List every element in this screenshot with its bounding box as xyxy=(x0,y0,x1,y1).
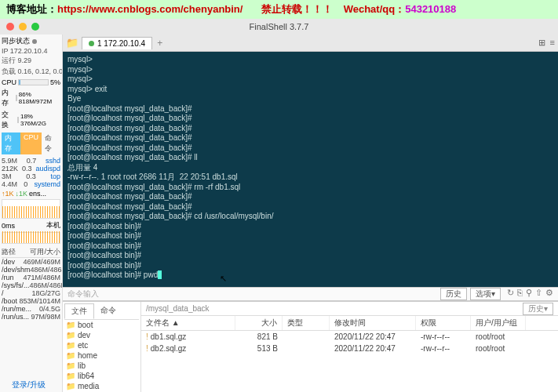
cmd-tab[interactable]: 命令 xyxy=(94,303,122,319)
window-titlebar: FinalShell 3.7.7 xyxy=(0,19,558,34)
runtime-line: 运行 9.29 xyxy=(2,56,60,66)
add-tab-button[interactable]: + xyxy=(157,38,162,49)
folder-icon: 📁 xyxy=(66,351,75,360)
mem-bar: 内存 86% 818M/972M xyxy=(2,88,60,108)
cmd-input-field[interactable]: 命令输入 xyxy=(67,289,99,299)
col-type[interactable]: 类型 xyxy=(283,316,330,330)
system-sidebar: 同步状态 IP 172.20.10.4 运行 9.29 负载 0.16, 0.1… xyxy=(0,34,63,392)
wechat-label: Wechat/qq： xyxy=(344,3,406,15)
file-list: /mysql_data_back 历史▾ 文件名 ▲ 大小 类型 修改时间 权限… xyxy=(141,302,558,392)
tree-item[interactable]: 📁lib xyxy=(64,361,139,371)
folder-icon: 📁 xyxy=(66,341,75,350)
connection-status-icon xyxy=(89,41,94,46)
refresh-icon[interactable]: ↻ xyxy=(507,288,514,300)
col-size[interactable]: 大小 xyxy=(235,316,283,330)
tree-item[interactable]: 📁boot xyxy=(64,320,139,330)
window-title: FinalShell 3.7.7 xyxy=(250,22,309,31)
cpu-bar: CPU 5% xyxy=(2,78,60,86)
search-icon[interactable]: ⚲ xyxy=(526,288,532,300)
disk-table: 路径可用/大小 /dev469M/469M /dev/shm486M/486M … xyxy=(2,247,60,321)
file-tab[interactable]: 文件 xyxy=(64,303,94,319)
wechat-value: 543210188 xyxy=(405,3,456,15)
mouse-cursor-icon: ↖ xyxy=(220,274,227,285)
col-name[interactable]: 文件名 ▲ xyxy=(141,316,235,330)
login-link[interactable]: 登录/升级 xyxy=(12,379,46,390)
status-dot-icon xyxy=(32,39,37,44)
tree-item[interactable]: 📁media xyxy=(64,381,139,391)
tree-item[interactable]: 📁home xyxy=(64,350,139,361)
file-tree: 文件 命令 📁boot 📁dev 📁etc 📁home 📁lib 📁lib64 … xyxy=(63,302,141,392)
tree-item[interactable]: 📁dev xyxy=(64,330,139,340)
folder-icon: 📁 xyxy=(66,321,75,329)
settings-icon[interactable]: ⚙ xyxy=(545,288,553,300)
swap-bar: 交换 18% 376M/2G xyxy=(2,110,60,130)
tab-mem[interactable]: 内存 xyxy=(2,132,20,154)
list-view-icon[interactable]: ≡ xyxy=(550,38,555,48)
file-browser: 文件 命令 📁boot 📁dev 📁etc 📁home 📁lib 📁lib64 … xyxy=(63,301,558,392)
terminal-cursor xyxy=(158,270,162,279)
upload-icon[interactable]: ⇧ xyxy=(535,288,542,300)
file-row[interactable]: !db2.sql.gz 513 B 2020/11/22 20:47 -rw-r… xyxy=(141,343,558,354)
session-tab-bar: 📁 1 172.20.10.4 + ⊞ ≡ xyxy=(63,34,558,52)
net-chart: ↑1K ↓1K ens... xyxy=(2,190,60,198)
folder-icon: 📁 xyxy=(66,372,75,380)
sync-status: 同步状态 xyxy=(2,36,60,46)
col-mtime[interactable]: 修改时间 xyxy=(330,316,416,330)
ip-line: IP 172.20.10.4 xyxy=(2,47,60,55)
grid-view-icon[interactable]: ⊞ xyxy=(538,38,545,48)
copy-icon[interactable]: ⎘ xyxy=(517,288,523,300)
io-sparkline xyxy=(2,232,60,244)
path-bar: /mysql_data_back 历史▾ xyxy=(141,302,558,316)
tree-item[interactable]: 📁etc xyxy=(64,340,139,350)
current-path[interactable]: /mysql_data_back xyxy=(146,304,210,313)
no-copy-text: 禁止转载！！！ xyxy=(261,3,333,15)
file-icon: ! xyxy=(146,344,148,353)
close-button[interactable] xyxy=(6,23,14,31)
history-button[interactable]: 历史 xyxy=(440,288,467,300)
watermark-banner: 博客地址：https://www.cnblogs.com/chenyanbin/… xyxy=(0,0,558,19)
folder-icon[interactable]: 📁 xyxy=(66,37,78,49)
maximize-button[interactable] xyxy=(31,23,39,31)
tab-cpu[interactable]: CPU xyxy=(20,132,42,154)
load-line: 负载 0.16, 0.12, 0.07 xyxy=(2,67,60,77)
folder-icon: 📁 xyxy=(66,361,75,370)
options-button[interactable]: 选项▾ xyxy=(470,288,501,300)
process-list: 5.9M0.7sshd 212K0.3audispd 3M0.3top 4.4M… xyxy=(2,157,60,188)
terminal[interactable]: mysql> mysql> mysql> mysql> exit Bye [ro… xyxy=(63,52,558,287)
file-row[interactable]: !db1.sql.gz 821 B 2020/11/22 20:47 -rw-r… xyxy=(141,331,558,343)
sidebar-tabs: 内存 CPU 命令 xyxy=(2,132,60,154)
tab-cmd[interactable]: 命令 xyxy=(42,132,60,154)
col-owner[interactable]: 用户/用户组 xyxy=(471,316,526,330)
blog-label: 博客地址： xyxy=(6,3,57,15)
col-perm[interactable]: 权限 xyxy=(416,316,471,330)
net-sparkline xyxy=(2,199,60,219)
minimize-button[interactable] xyxy=(19,23,27,31)
traffic-lights xyxy=(6,23,39,31)
folder-icon: 📁 xyxy=(66,382,75,390)
tree-item[interactable]: 📁lib64 xyxy=(64,371,139,381)
session-tab[interactable]: 1 172.20.10.4 xyxy=(82,37,152,49)
blog-url: https://www.cnblogs.com/chenyanbin/ xyxy=(57,3,243,15)
path-history-button[interactable]: 历史▾ xyxy=(523,303,553,315)
file-icon: ! xyxy=(146,332,148,341)
command-input-bar: 命令输入 历史 选项▾ ↻ ⎘ ⚲ ⇧ ⚙ xyxy=(63,287,558,301)
folder-icon: 📁 xyxy=(66,331,75,339)
file-list-header: 文件名 ▲ 大小 类型 修改时间 权限 用户/用户组 xyxy=(141,316,558,331)
